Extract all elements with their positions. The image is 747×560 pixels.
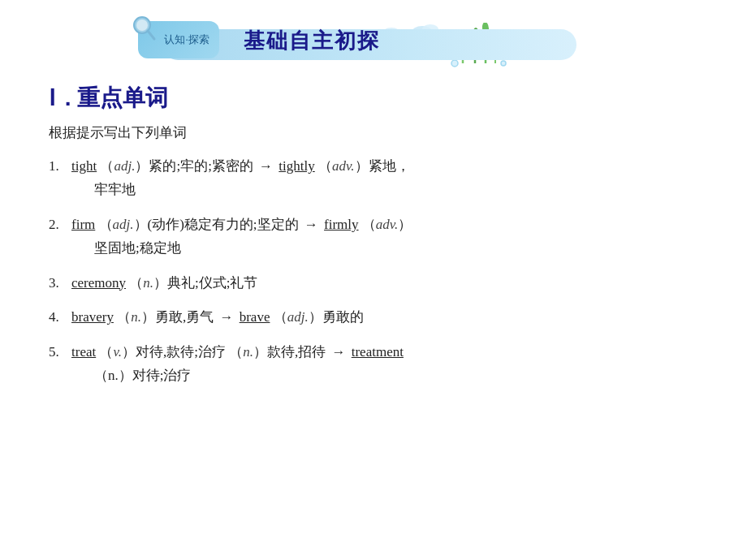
banner-tag-text: 认知·探索 <box>164 32 209 47</box>
word-english-2: brave <box>240 309 270 325</box>
word-paren-open: （ <box>99 217 113 232</box>
word-chinese: 对待,款待;治疗 <box>136 344 226 360</box>
word-continuation: 牢牢地 <box>71 179 698 202</box>
word-chinese-2: 勇敢的 <box>322 309 364 325</box>
word-paren-open: （ <box>117 309 131 325</box>
word-english: tight <box>71 158 97 174</box>
word-pos-2: adv. <box>332 158 355 174</box>
word-paren-close: ） <box>135 158 149 174</box>
word-pos-n: n. <box>243 344 253 360</box>
item-number: 1. <box>49 155 59 179</box>
arrow-icon: → <box>331 344 348 360</box>
word-paren-open: （ <box>129 275 143 291</box>
banner-left-tag: 认知·探索 <box>138 21 219 58</box>
word-list: 1. tight （adj.）紧的;牢的;紧密的 → tightly （adv.… <box>49 155 698 388</box>
arrow-icon: → <box>304 217 318 232</box>
item-number: 4. <box>49 306 59 330</box>
word-english: firm <box>71 217 95 232</box>
word-english-2: treatment <box>352 344 404 360</box>
word-chinese-2: 紧地， <box>369 158 410 174</box>
word-pos-2: adv. <box>376 217 399 232</box>
arrow-icon: → <box>259 158 273 174</box>
word-chinese: (动作)稳定有力的;坚定的 <box>148 217 299 232</box>
word-pos: adj. <box>114 158 135 174</box>
word-english: treat <box>71 344 96 360</box>
section-title: Ⅰ . 重点单词 <box>49 83 698 114</box>
section-title-text: 重点单词 <box>77 85 168 110</box>
list-item: 2. firm （adj.）(动作)稳定有力的;坚定的 → firmly （ad… <box>49 213 698 261</box>
word-paren-open-2: （ <box>274 309 287 325</box>
word-pos-2: adj. <box>287 309 309 325</box>
word-paren-close: ） <box>153 275 167 291</box>
word-paren-close-n: ） <box>253 344 267 360</box>
word-paren-open: （ <box>99 344 113 360</box>
word-paren-open-2: （ <box>318 158 332 174</box>
word-pos: v. <box>113 344 122 360</box>
word-paren-open: （ <box>100 158 114 174</box>
word-chinese-n: 款待,招待 <box>267 344 330 360</box>
roman-numeral: Ⅰ <box>49 85 55 110</box>
word-paren-close: ） <box>122 344 136 360</box>
word-english: bravery <box>71 309 114 325</box>
word-pos: n. <box>143 275 153 291</box>
word-pos: adj. <box>113 217 134 232</box>
list-item: 5. treat （v.）对待,款待;治疗 （n.）款待,招待 → treatm… <box>49 341 698 388</box>
main-content: Ⅰ . 重点单词 根据提示写出下列单词 1. tight （adj.）紧的;牢的… <box>0 67 747 416</box>
word-pos: n. <box>131 309 141 325</box>
magnifier-icon <box>132 15 158 44</box>
word-chinese: 紧的;牢的;紧密的 <box>149 158 257 174</box>
word-paren-close-2: ） <box>398 217 412 232</box>
list-item: 3. ceremony （n.）典礼;仪式;礼节 <box>49 272 698 295</box>
item-number: 2. <box>49 213 59 237</box>
word-paren-close-2: ） <box>355 158 369 174</box>
word-english-2: firmly <box>324 217 359 232</box>
arrow-icon: → <box>219 309 236 325</box>
section-title-dot: . <box>65 85 71 110</box>
instruction-text: 根据提示写出下列单词 <box>49 123 698 142</box>
word-chinese: 勇敢,勇气 <box>155 309 214 325</box>
list-item: 1. tight （adj.）紧的;牢的;紧密的 → tightly （adv.… <box>49 155 698 202</box>
svg-point-14 <box>501 61 506 66</box>
word-paren-open-n: （ <box>229 344 243 360</box>
word-paren-close-2: ） <box>309 309 322 325</box>
svg-point-13 <box>451 60 458 67</box>
word-english-2: tightly <box>279 158 314 174</box>
svg-point-16 <box>136 19 148 31</box>
item-number: 5. <box>49 341 59 364</box>
word-paren-open-2: （ <box>362 217 376 232</box>
word-chinese: 典礼;仪式;礼节 <box>167 275 257 291</box>
header-banner: 认知·探索 基础自主初探 <box>138 15 609 67</box>
svg-line-17 <box>148 31 154 39</box>
word-continuation: 坚固地;稳定地 <box>71 237 698 261</box>
word-paren-close: ） <box>141 309 155 325</box>
word-continuation: （n.）对待;治疗 <box>71 364 698 388</box>
item-number: 3. <box>49 272 59 295</box>
word-paren-close: ） <box>134 217 148 232</box>
banner-title: 基础自主初探 <box>244 27 380 55</box>
list-item: 4. bravery （n.）勇敢,勇气 → brave （adj.）勇敢的 <box>49 306 698 330</box>
word-english: ceremony <box>71 275 126 291</box>
